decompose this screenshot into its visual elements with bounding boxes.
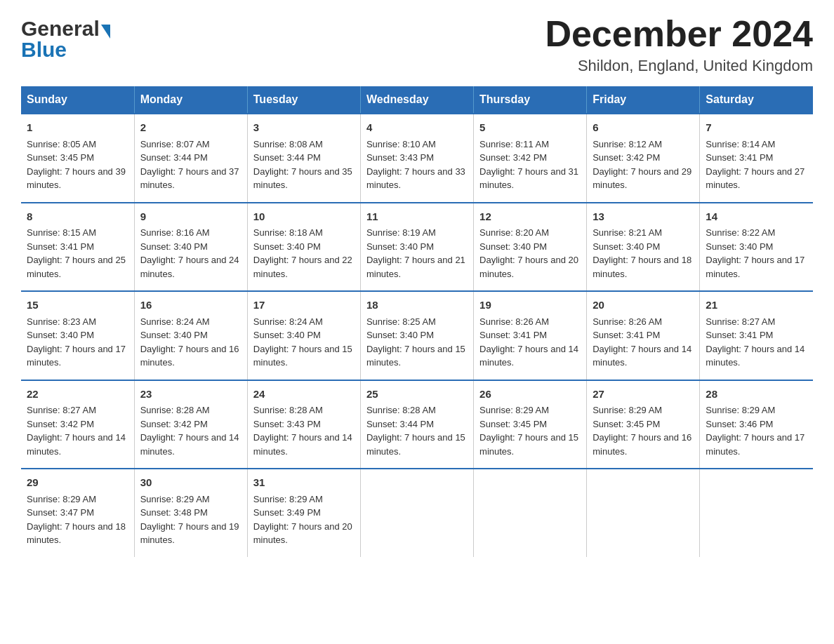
day-header-friday: Friday (587, 86, 700, 114)
day-header-tuesday: Tuesday (247, 86, 360, 114)
week-row-3: 15Sunrise: 8:23 AMSunset: 3:40 PMDayligh… (21, 291, 813, 380)
day-info: Sunrise: 8:16 AMSunset: 3:40 PMDaylight:… (140, 227, 239, 279)
day-info: Sunrise: 8:29 AMSunset: 3:45 PMDaylight:… (479, 405, 578, 457)
day-number: 5 (479, 120, 581, 136)
day-info: Sunrise: 8:26 AMSunset: 3:41 PMDaylight:… (593, 316, 691, 368)
calendar-cell: 22Sunrise: 8:27 AMSunset: 3:42 PMDayligh… (21, 380, 134, 469)
day-info: Sunrise: 8:11 AMSunset: 3:42 PMDaylight:… (479, 139, 578, 191)
calendar-cell: 20Sunrise: 8:26 AMSunset: 3:41 PMDayligh… (587, 291, 700, 380)
day-number: 25 (366, 387, 468, 403)
day-info: Sunrise: 8:07 AMSunset: 3:44 PMDaylight:… (140, 139, 239, 191)
calendar-cell: 25Sunrise: 8:28 AMSunset: 3:44 PMDayligh… (360, 380, 473, 469)
calendar-cell: 23Sunrise: 8:28 AMSunset: 3:42 PMDayligh… (134, 380, 247, 469)
day-number: 10 (253, 209, 355, 225)
logo: General Blue (21, 14, 110, 62)
day-info: Sunrise: 8:22 AMSunset: 3:40 PMDaylight:… (706, 227, 805, 279)
calendar-cell: 8Sunrise: 8:15 AMSunset: 3:41 PMDaylight… (21, 203, 134, 292)
title-block: December 2024 Shildon, England, United K… (545, 14, 813, 75)
logo-row2: Blue (21, 38, 110, 62)
calendar-cell: 14Sunrise: 8:22 AMSunset: 3:40 PMDayligh… (700, 203, 813, 292)
calendar-cell: 9Sunrise: 8:16 AMSunset: 3:40 PMDaylight… (134, 203, 247, 292)
calendar-cell: 3Sunrise: 8:08 AMSunset: 3:44 PMDaylight… (247, 114, 360, 203)
day-number: 6 (593, 120, 694, 136)
calendar-table: SundayMondayTuesdayWednesdayThursdayFrid… (21, 86, 813, 557)
day-number: 24 (253, 387, 355, 403)
day-header-sunday: Sunday (21, 86, 134, 114)
calendar-cell: 7Sunrise: 8:14 AMSunset: 3:41 PMDaylight… (700, 114, 813, 203)
day-number: 9 (140, 209, 241, 225)
calendar-cell: 31Sunrise: 8:29 AMSunset: 3:49 PMDayligh… (247, 469, 360, 557)
day-info: Sunrise: 8:24 AMSunset: 3:40 PMDaylight:… (253, 316, 352, 368)
day-info: Sunrise: 8:29 AMSunset: 3:47 PMDaylight:… (27, 494, 126, 546)
day-info: Sunrise: 8:29 AMSunset: 3:49 PMDaylight:… (253, 494, 352, 546)
calendar-cell: 1Sunrise: 8:05 AMSunset: 3:45 PMDaylight… (21, 114, 134, 203)
calendar-cell: 16Sunrise: 8:24 AMSunset: 3:40 PMDayligh… (134, 291, 247, 380)
day-info: Sunrise: 8:24 AMSunset: 3:40 PMDaylight:… (140, 316, 239, 368)
day-number: 28 (706, 387, 807, 403)
week-row-5: 29Sunrise: 8:29 AMSunset: 3:47 PMDayligh… (21, 469, 813, 557)
day-number: 12 (479, 209, 581, 225)
day-number: 14 (706, 209, 807, 225)
calendar-cell (700, 469, 813, 557)
day-info: Sunrise: 8:29 AMSunset: 3:48 PMDaylight:… (140, 494, 239, 546)
calendar-body: 1Sunrise: 8:05 AMSunset: 3:45 PMDaylight… (21, 114, 813, 557)
month-title: December 2024 (545, 14, 813, 54)
calendar-cell: 2Sunrise: 8:07 AMSunset: 3:44 PMDaylight… (134, 114, 247, 203)
calendar-cell: 26Sunrise: 8:29 AMSunset: 3:45 PMDayligh… (474, 380, 587, 469)
day-number: 3 (253, 120, 355, 136)
calendar-cell: 19Sunrise: 8:26 AMSunset: 3:41 PMDayligh… (474, 291, 587, 380)
logo-general-text: General (21, 17, 100, 41)
day-info: Sunrise: 8:29 AMSunset: 3:46 PMDaylight:… (706, 405, 805, 457)
day-info: Sunrise: 8:28 AMSunset: 3:43 PMDaylight:… (253, 405, 352, 457)
calendar-cell: 30Sunrise: 8:29 AMSunset: 3:48 PMDayligh… (134, 469, 247, 557)
calendar-cell: 27Sunrise: 8:29 AMSunset: 3:45 PMDayligh… (587, 380, 700, 469)
day-header-thursday: Thursday (474, 86, 587, 114)
day-number: 1 (27, 120, 128, 136)
day-number: 16 (140, 297, 241, 314)
day-info: Sunrise: 8:19 AMSunset: 3:40 PMDaylight:… (366, 227, 465, 279)
day-info: Sunrise: 8:26 AMSunset: 3:41 PMDaylight:… (479, 316, 578, 368)
day-number: 21 (706, 297, 807, 314)
page-header: General Blue December 2024 Shildon, Engl… (21, 14, 813, 75)
day-info: Sunrise: 8:29 AMSunset: 3:45 PMDaylight:… (593, 405, 691, 457)
day-info: Sunrise: 8:14 AMSunset: 3:41 PMDaylight:… (706, 139, 805, 191)
day-info: Sunrise: 8:28 AMSunset: 3:42 PMDaylight:… (140, 405, 239, 457)
day-info: Sunrise: 8:10 AMSunset: 3:43 PMDaylight:… (366, 139, 465, 191)
day-number: 2 (140, 120, 241, 136)
day-number: 22 (27, 387, 128, 403)
day-info: Sunrise: 8:20 AMSunset: 3:40 PMDaylight:… (479, 227, 578, 279)
day-number: 30 (140, 475, 241, 491)
week-row-2: 8Sunrise: 8:15 AMSunset: 3:41 PMDaylight… (21, 203, 813, 292)
day-number: 19 (479, 297, 581, 314)
day-number: 29 (27, 475, 128, 491)
day-number: 8 (27, 209, 128, 225)
day-header-saturday: Saturday (700, 86, 813, 114)
calendar-cell: 15Sunrise: 8:23 AMSunset: 3:40 PMDayligh… (21, 291, 134, 380)
calendar-cell (474, 469, 587, 557)
day-info: Sunrise: 8:21 AMSunset: 3:40 PMDaylight:… (593, 227, 691, 279)
week-row-1: 1Sunrise: 8:05 AMSunset: 3:45 PMDaylight… (21, 114, 813, 203)
calendar-cell: 13Sunrise: 8:21 AMSunset: 3:40 PMDayligh… (587, 203, 700, 292)
day-info: Sunrise: 8:08 AMSunset: 3:44 PMDaylight:… (253, 139, 352, 191)
day-number: 20 (593, 297, 694, 314)
day-header-monday: Monday (134, 86, 247, 114)
calendar-cell (587, 469, 700, 557)
calendar-cell: 11Sunrise: 8:19 AMSunset: 3:40 PMDayligh… (360, 203, 473, 292)
calendar-cell: 21Sunrise: 8:27 AMSunset: 3:41 PMDayligh… (700, 291, 813, 380)
logo-arrow-icon (101, 25, 110, 39)
day-number: 7 (706, 120, 807, 136)
calendar-cell: 29Sunrise: 8:29 AMSunset: 3:47 PMDayligh… (21, 469, 134, 557)
day-info: Sunrise: 8:18 AMSunset: 3:40 PMDaylight:… (253, 227, 352, 279)
day-number: 17 (253, 297, 355, 314)
calendar-cell: 10Sunrise: 8:18 AMSunset: 3:40 PMDayligh… (247, 203, 360, 292)
calendar-cell: 4Sunrise: 8:10 AMSunset: 3:43 PMDaylight… (360, 114, 473, 203)
day-number: 26 (479, 387, 581, 403)
calendar-cell: 18Sunrise: 8:25 AMSunset: 3:40 PMDayligh… (360, 291, 473, 380)
day-info: Sunrise: 8:23 AMSunset: 3:40 PMDaylight:… (27, 316, 126, 368)
day-header-wednesday: Wednesday (360, 86, 473, 114)
calendar-cell: 28Sunrise: 8:29 AMSunset: 3:46 PMDayligh… (700, 380, 813, 469)
day-number: 4 (366, 120, 468, 136)
day-info: Sunrise: 8:05 AMSunset: 3:45 PMDaylight:… (27, 139, 126, 191)
day-info: Sunrise: 8:12 AMSunset: 3:42 PMDaylight:… (593, 139, 691, 191)
days-of-week-row: SundayMondayTuesdayWednesdayThursdayFrid… (21, 86, 813, 114)
